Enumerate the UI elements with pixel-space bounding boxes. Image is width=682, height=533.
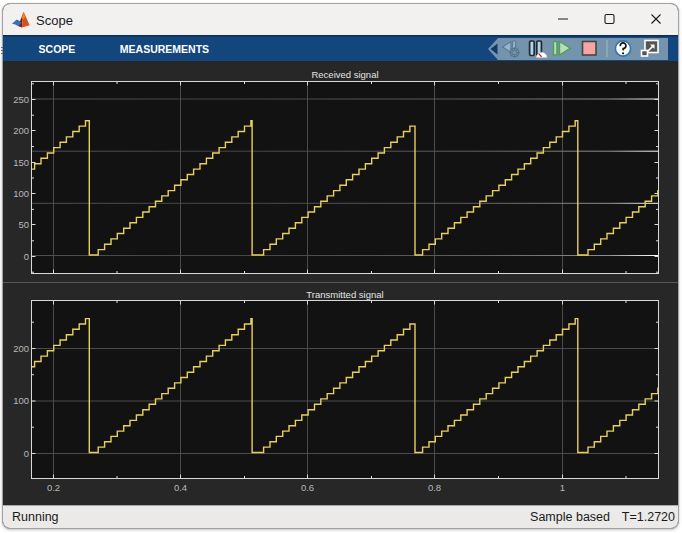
svg-text:100: 100 <box>13 395 29 406</box>
svg-text:250: 250 <box>13 94 29 105</box>
svg-text:0: 0 <box>24 251 29 262</box>
svg-text:1: 1 <box>560 482 565 493</box>
svg-text:100: 100 <box>13 188 29 199</box>
svg-text:Transmitted signal: Transmitted signal <box>306 289 383 300</box>
svg-text:150: 150 <box>13 157 29 168</box>
svg-text:200: 200 <box>13 343 29 354</box>
svg-text:0: 0 <box>24 448 29 459</box>
svg-text:0.6: 0.6 <box>301 482 314 493</box>
svg-text:Received signal: Received signal <box>311 69 378 80</box>
svg-text:MEASUREMENTS: MEASUREMENTS <box>120 43 209 55</box>
svg-text:0.4: 0.4 <box>174 482 187 493</box>
svg-text:50: 50 <box>18 219 29 230</box>
svg-text:200: 200 <box>13 125 29 136</box>
svg-text:0.8: 0.8 <box>428 482 441 493</box>
svg-text:0.2: 0.2 <box>47 482 60 493</box>
svg-text:SCOPE: SCOPE <box>39 43 76 55</box>
